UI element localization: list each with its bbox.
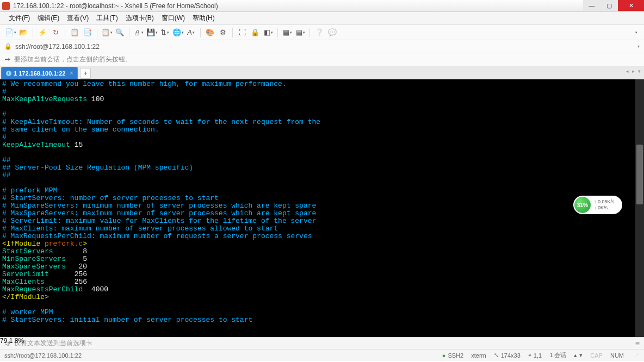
resize-icon: ⤡ — [494, 352, 499, 359]
separator — [97, 28, 97, 38]
lock-small-icon: 🔒 — [4, 43, 12, 50]
copy-icon[interactable]: 📑 — [82, 27, 94, 39]
terminal-area[interactable]: # We recommend you leave this number hig… — [0, 79, 644, 337]
tab-strip: i 1 172.168.100.1:22 × + ◂ ▸ ▾ — [0, 66, 644, 79]
connect-icon[interactable]: ⚡ — [36, 27, 48, 39]
session-up-icon[interactable]: ▴ — [574, 352, 577, 359]
settings-icon[interactable]: ⚙ — [217, 27, 229, 39]
separator — [232, 28, 233, 38]
terminal-scrollbar[interactable] — [635, 79, 644, 337]
close-button[interactable]: ✕ — [618, 0, 644, 11]
address-bar: 🔒 ssh://root@172.168.100.1:22 ▾ — [0, 40, 644, 53]
toolbar: 📄▾ 📂 ⚡ ↻ 📋 📑 📋▾ 🔍 🖨▾ 💾▾ ⇅▾ 🌐▾ A▾ 🎨 ⚙ ⛶ 🔒… — [0, 25, 644, 40]
tab-label: 1 172.168.100.1:22 — [14, 70, 65, 77]
vim-status-line: 79,1 8% — [0, 337, 644, 345]
menu-help[interactable]: 帮助(H) — [189, 12, 218, 24]
print-icon[interactable]: 🖨▾ — [133, 27, 145, 39]
cursor-status-icon: ⌖ — [528, 352, 531, 359]
globe-icon[interactable]: 🌐▾ — [172, 27, 184, 39]
ssh-version: SSH2 — [448, 352, 463, 359]
app-icon — [2, 2, 10, 10]
address-dropdown-icon[interactable]: ▾ — [637, 44, 640, 49]
add-session-arrow-icon[interactable]: ⮕ — [4, 56, 11, 64]
resize-grip-icon[interactable]: ⋰ — [635, 352, 640, 359]
menu-edit[interactable]: 编辑(E) — [34, 12, 63, 24]
color-icon[interactable]: 🎨 — [204, 27, 216, 39]
add-tab-button[interactable]: + — [80, 68, 91, 79]
menu-tools[interactable]: 工具(T) — [93, 12, 121, 24]
status-caps: CAP — [590, 352, 603, 359]
window-title: 172.168.100.1:22 - root@localhost:~ - Xs… — [13, 2, 583, 10]
terminal-content[interactable]: # We recommend you leave this number hig… — [0, 79, 644, 337]
info-icon: i — [6, 71, 11, 76]
tab-list-icon[interactable]: ▾ — [638, 68, 641, 74]
lock-icon[interactable]: 🔒 — [249, 27, 261, 39]
status-connection: ssh://root@172.168.100.1:22 — [4, 352, 82, 359]
menu-window[interactable]: 窗口(W) — [158, 12, 188, 24]
menu-bar: 文件(F) 编辑(E) 查看(V) 工具(T) 选项卡(B) 窗口(W) 帮助(… — [0, 12, 644, 25]
session-tab[interactable]: i 1 172.168.100.1:22 × — [1, 67, 78, 79]
save-icon[interactable]: 💾▾ — [146, 27, 158, 39]
window-titlebar: 172.168.100.1:22 - root@localhost:~ - Xs… — [0, 0, 644, 12]
scrollbar-thumb[interactable] — [636, 145, 643, 204]
hint-bar: ⮕ 要添加当前会话，点击左侧的箭头按钮。 — [0, 53, 644, 66]
new-session-icon[interactable]: 📄▾ — [4, 27, 16, 39]
menu-view[interactable]: 查看(V) — [64, 12, 92, 24]
separator — [129, 28, 129, 38]
status-termtype: xterm — [471, 352, 486, 359]
network-monitor-widget[interactable]: 31% 0.05K/s 0K/s — [573, 196, 622, 214]
font-icon[interactable]: A▾ — [185, 27, 197, 39]
menu-tabs[interactable]: 选项卡(B) — [122, 12, 157, 24]
download-speed: 0K/s — [594, 205, 615, 211]
tab-prev-icon[interactable]: ◂ — [626, 68, 629, 74]
open-icon[interactable]: 📂 — [17, 27, 29, 39]
status-bar: ssh://root@172.168.100.1:22 ●SSH2 xterm … — [0, 349, 644, 361]
find-icon[interactable]: 🔍 — [114, 27, 126, 39]
tab-next-icon[interactable]: ▸ — [632, 68, 635, 74]
cursor-position: 79,1 — [0, 337, 13, 345]
paste-icon[interactable]: 📋▾ — [101, 27, 113, 39]
upload-speed: 0.05K/s — [594, 199, 615, 205]
toolbar-overflow-icon[interactable]: ▾ — [630, 27, 642, 39]
transparent-icon[interactable]: ◧▾ — [262, 27, 274, 39]
separator — [309, 28, 310, 38]
scroll-percent: 8% — [15, 337, 24, 345]
menu-file[interactable]: 文件(F) — [5, 12, 33, 24]
chat-icon[interactable]: 💬 — [326, 27, 338, 39]
ssh-status-icon: ● — [442, 352, 446, 359]
cascade-icon[interactable]: ▤▾ — [294, 27, 306, 39]
minimize-button[interactable]: — — [583, 0, 600, 11]
hint-text: 要添加当前会话，点击左侧的箭头按钮。 — [14, 55, 132, 64]
reconnect-icon[interactable]: ↻ — [49, 27, 61, 39]
help-icon[interactable]: ❔ — [313, 27, 325, 39]
status-size: 174x33 — [501, 352, 521, 359]
fullscreen-icon[interactable]: ⛶ — [236, 27, 248, 39]
cpu-percent-ball: 31% — [574, 197, 591, 213]
separator — [277, 28, 278, 38]
layout-icon[interactable]: ▦▾ — [281, 27, 293, 39]
tab-close-icon[interactable]: × — [70, 70, 73, 76]
status-rowcol: 1,1 — [534, 352, 542, 359]
separator — [65, 28, 65, 38]
transfer-icon[interactable]: ⇅▾ — [159, 27, 171, 39]
separator — [200, 28, 201, 38]
maximize-button[interactable]: ▢ — [600, 0, 618, 11]
properties-icon[interactable]: 📋 — [69, 27, 81, 39]
session-down-icon[interactable]: ▾ — [579, 352, 583, 359]
status-num: NUM — [610, 352, 624, 359]
address-url[interactable]: ssh://root@172.168.100.1:22 — [15, 43, 100, 51]
separator — [33, 28, 33, 38]
status-sessions: 1 会话 — [549, 351, 566, 359]
